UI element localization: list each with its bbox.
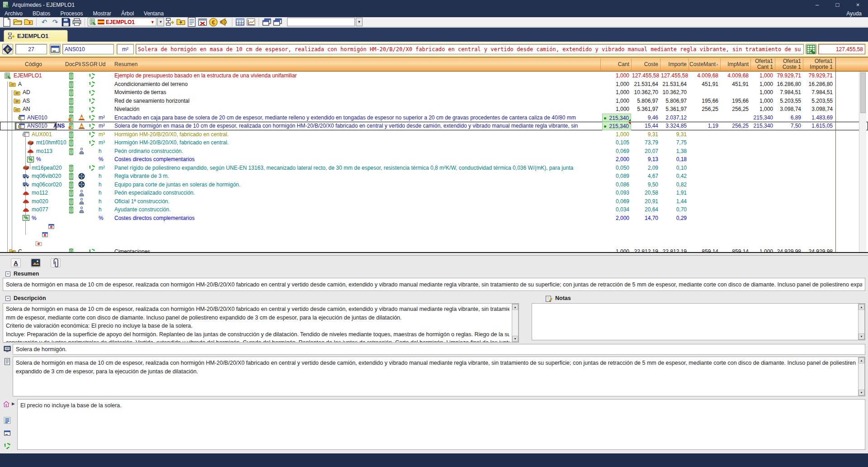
redo-button[interactable]: ↷ [50, 18, 60, 27]
column-header[interactable]: ImpMant [721, 57, 749, 71]
chart-view-button[interactable] [246, 18, 256, 27]
column-header[interactable]: GR [90, 57, 98, 71]
notas-section-header[interactable]: Notas [545, 295, 571, 302]
collapse-icon[interactable]: − [5, 296, 10, 301]
secondary-dropdown-arrow[interactable]: ▼ [356, 18, 363, 26]
table-row-EJEMPLO1[interactable]: EJEMPLO1Ejemplo de presupuesto basado en… [0, 71, 868, 80]
folder-up-button[interactable] [176, 18, 186, 27]
table-row-%[interactable]: %%%Costes directos complementarios2,0009… [0, 155, 868, 164]
code-field[interactable]: ANS010 [62, 44, 114, 54]
document-lines-button[interactable] [187, 18, 197, 27]
open-button[interactable] [13, 18, 23, 27]
new-item-row[interactable] [0, 239, 868, 248]
row-number-field[interactable]: 27 [15, 44, 47, 54]
table-row-mo077[interactable]: mo077hAyudante construcción.0,03420,640,… [0, 205, 868, 214]
project-dropdown-arrow[interactable]: ▼ [157, 18, 164, 26]
column-header[interactable]: Importe [661, 57, 687, 71]
undo-button[interactable]: ↶ [39, 18, 49, 27]
table-row-mo112[interactable]: mo112hPeón especializado construcción.0,… [0, 189, 868, 197]
cascade-windows-button[interactable] [262, 18, 272, 27]
column-header[interactable]: SS [82, 57, 89, 71]
descripcion-section-header[interactable]: − Descripción [5, 295, 46, 302]
table-row-ANS010[interactable]: ANS010ANS€m²Solera de hormigón en masa d… [0, 122, 868, 130]
tab-ejemplo1[interactable]: EJEMPLO1 [4, 30, 68, 42]
descripcion-scrollbar[interactable]: ▲▼ [512, 304, 519, 342]
resumen-section-header[interactable]: − Resumen [5, 270, 39, 277]
table-row-mt10hmf010[interactable]: mt10hmf010m³Hormigón HM-20/B/20/X0, fabr… [0, 138, 868, 147]
menu-arbol[interactable]: Árbol [121, 10, 134, 17]
total-field[interactable]: 127.455,58 [818, 44, 865, 54]
column-header[interactable]: Oferta1 Coste 1 [776, 57, 801, 71]
maximize-button[interactable]: □ [827, 0, 848, 10]
fulltext-scrollbar[interactable]: ▲▼ [858, 357, 865, 396]
attachment-button[interactable] [51, 258, 61, 267]
descripcion-field[interactable]: Solera de hormigón en masa de 10 cm de e… [3, 303, 519, 343]
table-row-%[interactable]: %%%Costes directos complementarios2,0001… [0, 214, 868, 223]
column-header[interactable]: Resumen [114, 57, 137, 71]
column-header[interactable]: Cant [601, 57, 629, 71]
new-item-row[interactable] [0, 222, 868, 231]
table-row-mo020[interactable]: mo020hOficial 1ª construcción.0,06920,91… [0, 197, 868, 206]
table-vertical-scrollbar[interactable] [859, 71, 866, 252]
fulltext-field[interactable]: Solera de hormigón en masa de 10 cm de e… [13, 357, 865, 396]
save-button[interactable] [61, 18, 71, 27]
sheet-green-button[interactable] [806, 44, 816, 54]
window-edit-button[interactable] [50, 44, 61, 54]
currency-button[interactable]: € [208, 18, 218, 27]
announce-button[interactable] [219, 18, 229, 27]
unit-field[interactable]: m² [117, 44, 134, 54]
window-doc-icon[interactable] [4, 429, 11, 437]
column-header[interactable]: Oferta1 Importe 1 [804, 57, 833, 71]
resumen-field[interactable]: Solera de hormigón en masa de 10 cm de e… [3, 278, 865, 291]
print-button[interactable] [72, 18, 82, 27]
euro-edit-button[interactable]: € [2, 44, 13, 54]
column-header[interactable]: Pli [75, 57, 81, 71]
table-row-C[interactable]: CCimentaciones1,00022.812,1922.812,19859… [0, 248, 868, 253]
price-note-field[interactable]: El precio no incluye la base de la soler… [17, 399, 865, 450]
minimize-button[interactable]: – [807, 0, 827, 10]
calendar-delete-button[interactable] [198, 18, 208, 27]
collapse-icon[interactable]: − [5, 272, 10, 276]
menu-ventana[interactable]: Ventana [144, 10, 164, 17]
table-row-AS[interactable]: ASRed de saneamiento horizontal1,0005.80… [0, 97, 868, 105]
expand-arrow-icon[interactable]: ▶ [12, 401, 15, 406]
text-format-button[interactable]: A [11, 258, 21, 267]
new-document-button[interactable] [2, 18, 12, 27]
tile-windows-button[interactable] [273, 18, 283, 27]
column-header[interactable]: CosteMant [689, 57, 718, 71]
notas-field[interactable]: ▲▼ [532, 303, 865, 340]
menu-archivo[interactable]: Archivo [5, 10, 23, 17]
close-button[interactable]: × [848, 0, 868, 10]
new-concept-button[interactable] [165, 18, 175, 27]
spec-field[interactable]: Solera de hormigón. [13, 344, 865, 355]
column-header[interactable]: Doc. [65, 57, 76, 71]
column-header[interactable]: Coste [632, 57, 658, 71]
table-row-AUX001[interactable]: AUX001m³Hormigón HM-20/B/20/X0, fabricad… [0, 130, 868, 139]
table-row-mo113[interactable]: mo113hPeón ordinario construcción.0,0692… [0, 147, 868, 156]
table-view-button[interactable] [235, 18, 245, 27]
list-icon[interactable] [4, 417, 11, 424]
image-button[interactable] [31, 258, 41, 267]
new-item-row[interactable] [0, 231, 868, 239]
table-row-mq06cor020[interactable]: mq06cor020hEquipo para corte de juntas e… [0, 181, 868, 189]
summary-edit-field[interactable]: Solera de hormigón en masa de 10 cm de e… [136, 44, 804, 54]
menu-mostrar[interactable]: Mostrar [93, 10, 111, 17]
table-row-A[interactable]: AAcondicionamiento del terreno1,00021.53… [0, 80, 868, 89]
menu-procesos[interactable]: Procesos [60, 10, 83, 17]
table-row-mt16pea020[interactable]: mt16pea020m²Panel rígido de poliestireno… [0, 164, 868, 172]
table-row-ANE010[interactable]: ANE010€m²Encachado en caja para base de … [0, 114, 868, 122]
menu-ayuda[interactable]: Ayuda [846, 10, 862, 17]
column-header[interactable]: Código [25, 57, 42, 71]
secondary-selector[interactable] [287, 18, 355, 26]
column-header[interactable]: Ud [99, 57, 105, 71]
panel-splitter[interactable] [0, 252, 868, 256]
table-row-mq06vib020[interactable]: mq06vib020hRegla vibrante de 3 m.0,0894,… [0, 172, 868, 181]
recycle-icon[interactable] [4, 442, 11, 450]
table-row-AD[interactable]: ADMovimiento de tierras1,00010.362,7010.… [0, 88, 868, 97]
project-selector[interactable]: EJEMPLO1 ▼ [88, 18, 156, 26]
menu-bdatos[interactable]: BDatos [33, 10, 50, 17]
open-recent-button[interactable] [24, 18, 33, 27]
table-row-AN[interactable]: ANNivelación1,0005.361,975.361,97256,252… [0, 105, 868, 114]
notas-scrollbar[interactable]: ▲▼ [858, 304, 865, 340]
column-header[interactable]: Oferta1 Cant 1 [751, 57, 773, 71]
